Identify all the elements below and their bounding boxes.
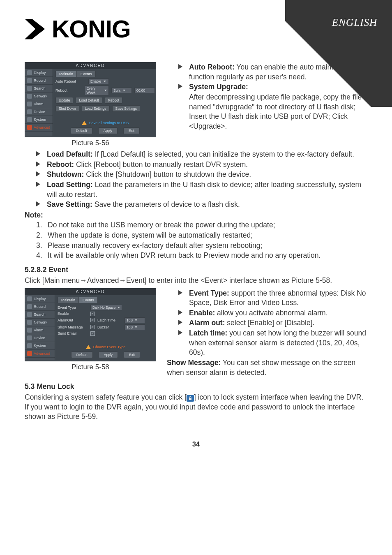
reboot-time-input[interactable]: 00:00	[134, 88, 155, 93]
tab-events[interactable]: Events	[79, 297, 98, 303]
app-sidebar: Display Record Search Network Alarm Devi…	[25, 69, 53, 136]
svg-marker-7	[178, 290, 182, 295]
chevron-bullet-icon	[36, 151, 43, 156]
update-button[interactable]: Update	[55, 97, 73, 104]
sidebar-label: Search	[34, 86, 46, 90]
latch-time-select[interactable]: 10S	[125, 317, 145, 323]
sidebar-label: Record	[34, 79, 46, 83]
default-button[interactable]: Default	[71, 127, 92, 134]
list-item: 1.Do not take out the USB memory or brea…	[36, 220, 367, 230]
svg-marker-2	[36, 151, 40, 156]
sidebar-label: Alarm	[34, 328, 44, 332]
alarmout-checkbox[interactable]	[90, 318, 95, 322]
search-icon	[27, 86, 32, 91]
sidebar-item-search[interactable]: Search	[25, 85, 53, 92]
sidebar-item-display[interactable]: Display	[25, 69, 53, 77]
sidebar-label: Device	[34, 336, 45, 340]
lock-icon	[187, 395, 194, 402]
sidebar-item-device[interactable]: Device	[25, 334, 55, 342]
auto-reboot-select[interactable]: Enable	[88, 79, 109, 84]
sidebar-item-alarm[interactable]: Alarm	[25, 326, 55, 334]
device-icon	[27, 335, 32, 340]
field-label: Latch Time	[97, 318, 122, 322]
reboot-button[interactable]: Reboot	[105, 97, 122, 104]
show-message-checkbox[interactable]	[90, 325, 95, 329]
svg-marker-5	[36, 182, 40, 187]
sidebar-item-device[interactable]: Device	[25, 108, 53, 116]
event-type-select[interactable]: Disk No Space	[90, 305, 122, 310]
sidebar-item-system[interactable]: System	[25, 116, 53, 124]
paragraph: Considering a system safety feature you …	[25, 393, 367, 422]
sidebar-item-alarm[interactable]: Alarm	[25, 100, 53, 108]
enable-checkbox[interactable]	[90, 312, 95, 316]
display-icon	[27, 70, 32, 75]
system-icon	[27, 343, 32, 348]
list-item: Auto Reboot: You can enable the auto mai…	[178, 62, 367, 82]
screenshot-advanced-maintain: ADVANCED Display Record Search Network A…	[25, 62, 156, 137]
apply-button[interactable]: Apply	[98, 127, 118, 134]
tab-events[interactable]: Events	[77, 71, 96, 77]
field-label: Auto Reboot	[55, 79, 86, 83]
reboot-week-select[interactable]: Every Week	[85, 86, 109, 95]
sidebar-item-record[interactable]: Record	[25, 77, 53, 85]
tab-maintain[interactable]: Maintain	[55, 71, 77, 77]
send-email-checkbox[interactable]	[90, 331, 95, 336]
exit-button[interactable]: Exit	[123, 127, 140, 134]
list-item: 3.Please manually recovery ex-factory de…	[36, 241, 367, 251]
load-default-button[interactable]: Load Default	[76, 97, 102, 104]
list-item: Event Type: support the three abnormal t…	[178, 289, 367, 308]
sidebar-item-advanced[interactable]: Advanced	[25, 350, 55, 358]
svg-marker-1	[178, 84, 182, 89]
field-label: AlarmOut	[58, 318, 88, 322]
record-icon	[27, 78, 32, 83]
network-icon	[27, 94, 32, 99]
shutdown-button[interactable]: Shut Down	[55, 105, 79, 112]
brand-mark-icon	[25, 19, 48, 39]
sidebar-label: Alarm	[34, 102, 44, 106]
default-button[interactable]: Default	[71, 352, 93, 358]
load-settings-button[interactable]: Load Settings	[82, 105, 110, 112]
apply-button[interactable]: Apply	[99, 352, 118, 358]
svg-marker-10	[178, 330, 182, 335]
chevron-down-icon	[104, 90, 107, 91]
sidebar-item-search[interactable]: Search	[25, 311, 55, 319]
reboot-day-select[interactable]: Sun.	[111, 88, 132, 93]
chevron-bullet-icon	[36, 182, 43, 187]
warning-icon	[82, 121, 87, 125]
sidebar-label: System	[34, 344, 46, 348]
tab-maintain[interactable]: Maintain	[58, 297, 79, 303]
sidebar-item-network[interactable]: Network	[25, 92, 53, 100]
chevron-bullet-icon	[36, 171, 43, 176]
status-message: Choose Event Type	[58, 343, 154, 350]
window-title: ADVANCED	[25, 62, 156, 69]
tab-bar: Maintain Events	[58, 297, 154, 303]
save-settings-button[interactable]: Save Settings	[112, 105, 140, 112]
exit-button[interactable]: Exit	[124, 352, 140, 358]
list-item: Save Setting: Save the parameters of dev…	[36, 200, 367, 210]
tab-bar: Maintain Events	[55, 71, 155, 77]
svg-marker-3	[36, 162, 40, 166]
field-label: Send Email	[58, 331, 88, 335]
sidebar-item-network[interactable]: Network	[25, 319, 55, 326]
sidebar-item-advanced[interactable]: Advanced	[25, 124, 53, 132]
status-message: Save all settings to USB	[55, 119, 155, 126]
warning-icon	[86, 345, 91, 349]
sidebar-label: Network	[34, 94, 47, 98]
advanced-icon	[27, 125, 32, 130]
display-icon	[27, 296, 32, 301]
sidebar-item-display[interactable]: Display	[25, 295, 55, 303]
chevron-bullet-icon	[178, 84, 185, 89]
field-label: Buzzer	[97, 325, 122, 329]
chevron-down-icon	[118, 307, 120, 308]
chevron-down-icon	[104, 81, 106, 82]
sidebar-item-system[interactable]: System	[25, 342, 55, 350]
buzzer-select[interactable]: 10S	[125, 324, 145, 330]
brand-wordmark: KONIG	[52, 15, 131, 43]
sidebar-label: Advanced	[34, 125, 50, 130]
figure-caption: Picture 5-58	[25, 361, 156, 371]
sidebar-label: Network	[34, 320, 47, 324]
search-icon	[27, 312, 32, 317]
sidebar-item-record[interactable]: Record	[25, 303, 55, 311]
chevron-bullet-icon	[36, 162, 43, 166]
screenshot-advanced-events: ADVANCED Display Record Search Network A…	[25, 288, 156, 361]
